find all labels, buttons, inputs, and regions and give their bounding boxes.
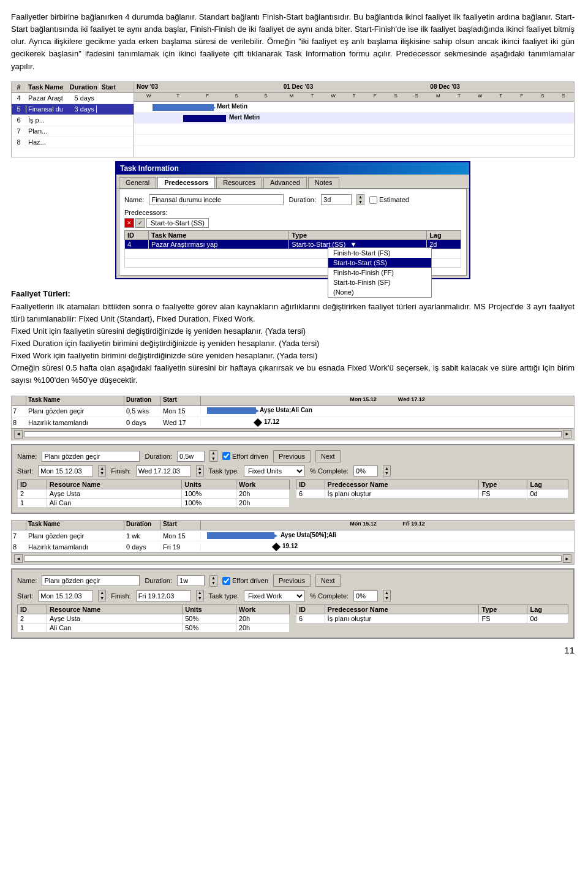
complete-label: % Complete:	[310, 592, 349, 600]
tab-resources[interactable]: Resources	[216, 177, 262, 188]
predecessors-section: Predecessors: ✕ ✓ Start-to-Start (SS) ID	[124, 209, 461, 268]
start-input[interactable]	[38, 590, 93, 601]
complete-spinner[interactable]: ▲▼	[383, 590, 391, 601]
pred-delete-btn[interactable]: ✕	[124, 218, 134, 228]
resource-row: 1 Ali Can 50% 20h	[18, 623, 290, 633]
dropdown-ff[interactable]: Finish-to-Finish (FF)	[328, 268, 431, 277]
row-id: 8	[12, 543, 26, 551]
scroll-right[interactable]: ►	[563, 430, 571, 439]
task-type-select[interactable]: Fixed Units	[244, 465, 305, 476]
scrollbar[interactable]: ◄ ►	[12, 552, 574, 564]
scroll-left[interactable]: ◄	[14, 554, 23, 563]
complete-input[interactable]	[353, 465, 378, 476]
para-2: Fixed Unit için faaliyetin süresini deği…	[11, 326, 306, 336]
dropdown-sf[interactable]: Start-to-Finish (SF)	[328, 277, 431, 287]
effort-label: Effort driven	[232, 453, 268, 460]
cell-units: 50%	[183, 623, 236, 633]
start-spinner[interactable]: ▲▼	[98, 465, 106, 477]
tab-advanced[interactable]: Advanced	[263, 177, 307, 188]
name-input[interactable]	[149, 194, 284, 205]
cell-lag: 0d	[527, 614, 568, 623]
row-dur: 0,5 wks	[124, 407, 161, 415]
previous-button[interactable]: Previous	[273, 450, 311, 462]
next-button[interactable]: Next	[315, 574, 341, 587]
row-name: Pazar Araştırması yap	[26, 94, 63, 102]
effort-check[interactable]: Effort driven	[222, 577, 268, 585]
row-id: 8	[12, 138, 26, 146]
task-type-select[interactable]: Fixed Work	[244, 590, 305, 601]
gantt2-container: Task Name Duration Start Mon 15.12 Wed 1…	[11, 396, 575, 440]
complete-spinner[interactable]: ▲▼	[383, 465, 391, 477]
col-type: Type	[289, 231, 427, 240]
finish-spinner[interactable]: ▲▼	[196, 465, 204, 477]
dialog-title: Task Information	[116, 162, 469, 175]
gantt-bar-5	[183, 115, 226, 122]
task-form-2: Name: Duration: ▲▼ Effort driven Previou…	[11, 568, 575, 639]
dialog-tabs[interactable]: General Predecessors Resources Advanced …	[116, 175, 469, 189]
col-rname: Resource Name	[47, 605, 183, 614]
bar-area: Ayşe Usta[50%];Ali	[201, 530, 574, 541]
previous-button[interactable]: Previous	[273, 574, 311, 587]
duration-spinner[interactable]: ▲ ▼	[356, 194, 364, 206]
start-spinner[interactable]: ▲▼	[98, 590, 106, 601]
scroll-track[interactable]	[24, 555, 562, 562]
estimated-label: Estimated	[379, 196, 409, 203]
name-input[interactable]	[42, 575, 140, 586]
duration-input[interactable]	[321, 194, 352, 205]
para-5: Örneğin süresi 0.5 hafta olan aşağıdaki …	[11, 363, 575, 385]
scrollbar[interactable]: ◄ ►	[12, 428, 574, 440]
col-type: Type	[479, 480, 527, 489]
resource-label-5: Mert Metin	[229, 114, 260, 121]
finish-input[interactable]	[136, 590, 191, 601]
pred-check-btn[interactable]: ✓	[135, 218, 145, 228]
resource-row: 2 Ayşe Usta 100% 20h	[18, 489, 290, 499]
col-id: ID	[296, 480, 325, 489]
tab-predecessors[interactable]: Predecessors	[157, 177, 215, 188]
page-number: 11	[11, 645, 575, 655]
effort-checkbox[interactable]	[222, 577, 230, 585]
col-id: ID	[18, 480, 47, 489]
col-work: Work	[236, 480, 290, 489]
scroll-track[interactable]	[24, 431, 562, 437]
col-lag: Lag	[527, 480, 568, 489]
col-lag: Lag	[527, 605, 568, 614]
pred-buttons[interactable]: ✕ ✓ Start-to-Start (SS)	[124, 218, 461, 228]
next-button[interactable]: Next	[315, 450, 341, 462]
cell-units: 100%	[182, 499, 236, 508]
cell-work: 20h	[236, 489, 290, 499]
dur-spinner[interactable]: ▲▼	[209, 575, 217, 587]
effort-check[interactable]: Effort driven	[222, 452, 268, 460]
tab-general[interactable]: General	[119, 177, 156, 188]
cell-id: 2	[18, 489, 47, 499]
dropdown-ss[interactable]: Start-to-Start (SS)	[328, 258, 431, 268]
type-dropdown[interactable]: Finish-to-Start (FS) Start-to-Start (SS)…	[328, 247, 432, 298]
effort-checkbox[interactable]	[222, 452, 230, 460]
task-form-1: Name: Duration: ▲▼ Effort driven Previou…	[11, 444, 575, 514]
start-input[interactable]	[38, 465, 93, 476]
tab-notes[interactable]: Notes	[308, 177, 339, 188]
cell-name: Ali Can	[47, 623, 183, 633]
resource-label-4: Mert Metin	[217, 103, 247, 110]
row-start: Wed 17	[161, 419, 201, 426]
dropdown-fs[interactable]: Finish-to-Start (FS)	[328, 248, 431, 258]
col-id: ID	[296, 605, 325, 614]
pred-ss-badge: Start-to-Start (SS)	[146, 218, 209, 228]
scroll-right[interactable]: ►	[563, 554, 571, 563]
dur-input[interactable]	[177, 451, 205, 462]
finish-input[interactable]	[136, 465, 191, 476]
estimated-checkbox[interactable]	[369, 196, 377, 204]
resource-row: 1 Ali Can 100% 20h	[18, 499, 290, 508]
name-input[interactable]	[42, 451, 140, 462]
finish-spinner[interactable]: ▲▼	[196, 590, 204, 601]
scroll-left[interactable]: ◄	[14, 430, 23, 439]
estimated-check[interactable]: Estimated	[369, 196, 409, 204]
col-lag: Lag	[427, 231, 461, 240]
dropdown-none[interactable]: (None)	[328, 287, 431, 297]
complete-input[interactable]	[353, 590, 378, 601]
dur-input[interactable]	[177, 575, 205, 586]
cell-lag: 0d	[527, 489, 568, 499]
dur-spinner[interactable]: ▲▼	[209, 450, 217, 462]
col-start: Start	[161, 396, 201, 405]
col-taskname: Task Name	[26, 396, 124, 405]
arrow-4	[211, 105, 216, 111]
